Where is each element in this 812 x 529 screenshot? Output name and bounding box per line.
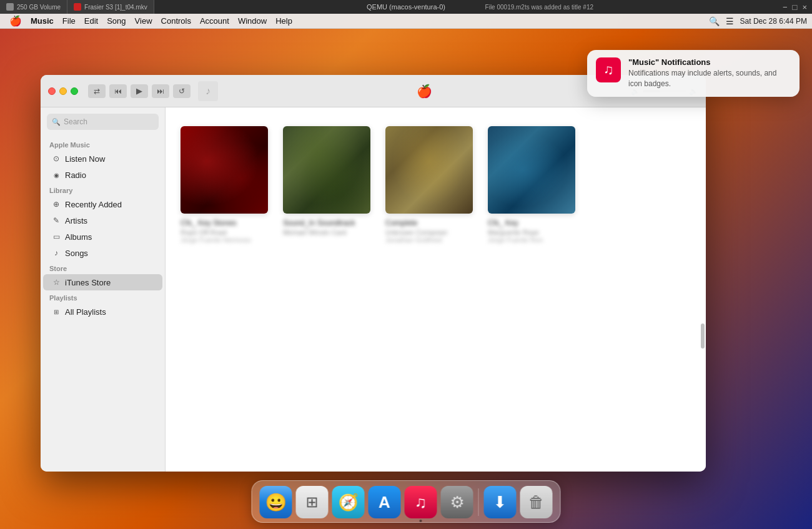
album-title-2: Sound_In Soundtrack <box>283 219 370 227</box>
play-button[interactable]: ▶ <box>131 84 148 98</box>
notification-body: Notifications may include alerts, sounds… <box>628 68 791 89</box>
menu-control-center-icon[interactable]: ☰ <box>726 16 734 26</box>
album-extra-3: Jonathan Gottfried <box>385 236 473 244</box>
search-icon: 🔍 <box>52 118 61 126</box>
all-playlists-label: All Playlists <box>65 307 106 317</box>
window-body: 🔍 Search Apple Music ⊙ Listen Now ◉ Radi… <box>41 107 706 472</box>
close-button[interactable] <box>48 87 56 95</box>
album-art-4 <box>488 126 575 214</box>
dock-trash[interactable]: 🗑 <box>520 486 553 518</box>
search-box[interactable]: 🔍 Search <box>47 114 159 130</box>
itunes-store-label: iTunes Store <box>65 278 111 287</box>
sidebar-item-all-playlists[interactable]: ⊞ All Playlists <box>43 304 162 320</box>
album-card-3[interactable]: Complete Unknown Composer Jonathan Gottf… <box>385 126 473 244</box>
qemu-btn-max[interactable]: □ <box>793 2 798 12</box>
sidebar-item-radio[interactable]: ◉ Radio <box>43 167 162 183</box>
apple-logo-icon: 🍎 <box>417 84 432 99</box>
album-grid: Cfs_ Key Stones Rope Off-Road Jorge Fuen… <box>181 120 691 244</box>
music-note-icon: ♫ <box>603 62 614 78</box>
dock-launchpad[interactable]: ⊞ <box>296 486 329 518</box>
menu-account[interactable]: Account <box>196 14 234 28</box>
music-dock-icon: ♫ <box>415 493 427 512</box>
qemu-window-controls: − □ × <box>783 2 812 12</box>
album-artist-1: Rope Off-Road <box>181 229 268 236</box>
radio-icon: ◉ <box>52 172 61 179</box>
radio-label: Radio <box>65 171 86 180</box>
safari-icon: 🧭 <box>339 493 359 512</box>
menu-edit[interactable]: Edit <box>80 14 102 28</box>
dock-finder[interactable]: 😀 <box>260 486 292 518</box>
qemu-btn-min[interactable]: − <box>783 2 788 12</box>
album-extra-4: Jorge Fuente Ron <box>488 236 575 244</box>
dock: 😀 ⊞ 🧭 A ♫ ⚙ ⬇ 🗑 <box>252 480 561 523</box>
minimize-button[interactable] <box>59 87 67 95</box>
sidebar: 🔍 Search Apple Music ⊙ Listen Now ◉ Radi… <box>41 107 166 472</box>
album-extra-1: Jorge Fuente Hermoso <box>181 236 268 244</box>
album-art-2 <box>283 126 370 214</box>
appstore-icon: A <box>379 493 390 512</box>
music-note-display: ♪ <box>198 81 218 101</box>
album-title-3: Complete <box>385 219 473 227</box>
maximize-button[interactable] <box>71 87 78 95</box>
songs-icon: ♪ <box>52 249 61 257</box>
sidebar-item-albums[interactable]: ▭ Albums <box>43 229 162 245</box>
notification-title: "Music" Notifications <box>628 57 791 67</box>
menu-controls[interactable]: Controls <box>157 14 196 28</box>
mac-menu-right: 🔍 ☰ Sat Dec 28 6:44 PM <box>709 16 807 26</box>
qemu-tab-video[interactable]: Frasier S3 [1]_t04.mkv <box>67 0 154 14</box>
menu-file[interactable]: File <box>58 14 80 28</box>
qemu-tab-volume[interactable]: 250 GB Volume <box>0 0 67 14</box>
menu-song[interactable]: Song <box>102 14 130 28</box>
sidebar-item-recently-added[interactable]: ⊕ Recently Added <box>43 196 162 212</box>
recently-added-label: Recently Added <box>65 200 122 209</box>
artists-icon: ✎ <box>52 216 61 225</box>
albums-label: Albums <box>65 232 92 242</box>
sidebar-item-artists[interactable]: ✎ Artists <box>43 212 162 229</box>
dock-separator <box>478 488 479 516</box>
search-placeholder: Search <box>64 117 87 126</box>
album-card-4[interactable]: Cfs_ Key Marguerite Rope Jorge Fuente Ro… <box>488 126 575 244</box>
sidebar-item-songs[interactable]: ♪ Songs <box>43 245 162 261</box>
playlists-section-label: Playlists <box>41 294 165 302</box>
playback-controls: ⇄ ⏮ ▶ ⏭ ↺ <box>88 84 191 98</box>
menu-view[interactable]: View <box>131 14 157 28</box>
sidebar-item-itunes-store[interactable]: ☆ iTunes Store <box>43 274 162 290</box>
menu-help[interactable]: Help <box>271 14 297 28</box>
notification-content: "Music" Notifications Notifications may … <box>628 57 791 89</box>
scrollbar-thumb[interactable] <box>701 324 705 349</box>
sidebar-item-listen-now[interactable]: ⊙ Listen Now <box>43 151 162 167</box>
window-title-center: 🍎 <box>225 84 623 99</box>
dock-system-settings[interactable]: ⚙ <box>441 486 473 518</box>
album-card-1[interactable]: Cfs_ Key Stones Rope Off-Road Jorge Fuen… <box>181 126 268 244</box>
library-section-label: Library <box>41 187 165 194</box>
downloads-icon: ⬇ <box>493 493 507 512</box>
music-window: ⇄ ⏮ ▶ ⏭ ↺ ♪ 🍎 🔈 🔊 🔍 Search Appl <box>41 75 706 472</box>
qemu-btn-close[interactable]: × <box>802 2 807 12</box>
album-card-2[interactable]: Sound_In Soundtrack Michael Winstn Card <box>283 126 370 244</box>
album-title-4: Cfs_ Key <box>488 219 575 227</box>
album-art-1 <box>181 126 268 214</box>
music-notification: ♫ "Music" Notifications Notifications ma… <box>587 50 800 97</box>
dock-music[interactable]: ♫ <box>405 486 437 518</box>
dock-downloads[interactable]: ⬇ <box>484 486 517 518</box>
video-icon <box>74 3 81 11</box>
apple-menu-item[interactable]: 🍎 <box>5 14 26 28</box>
dock-safari[interactable]: 🧭 <box>332 486 365 518</box>
repeat-button[interactable]: ↺ <box>173 84 191 98</box>
main-content: Cfs_ Key Stones Rope Off-Road Jorge Fuen… <box>166 107 706 472</box>
mac-menu-items: 🍎 Music File Edit Song View Controls Acc… <box>5 14 297 28</box>
video-tab-label: Frasier S3 [1]_t04.mkv <box>84 4 147 11</box>
menu-music[interactable]: Music <box>26 14 58 28</box>
album-artist-3: Unknown Composer <box>385 229 473 236</box>
mac-menubar: 🍎 Music File Edit Song View Controls Acc… <box>0 14 812 29</box>
menu-window[interactable]: Window <box>234 14 271 28</box>
traffic-lights <box>48 87 78 95</box>
prev-button[interactable]: ⏮ <box>109 84 127 98</box>
next-button[interactable]: ⏭ <box>152 84 169 98</box>
menu-search-icon[interactable]: 🔍 <box>709 16 720 26</box>
album-artist-4: Marguerite Rope <box>488 229 575 236</box>
scrollbar-track[interactable] <box>701 120 705 459</box>
dock-appstore[interactable]: A <box>369 486 401 518</box>
notification-icon: ♫ <box>596 57 621 82</box>
shuffle-button[interactable]: ⇄ <box>88 84 106 98</box>
